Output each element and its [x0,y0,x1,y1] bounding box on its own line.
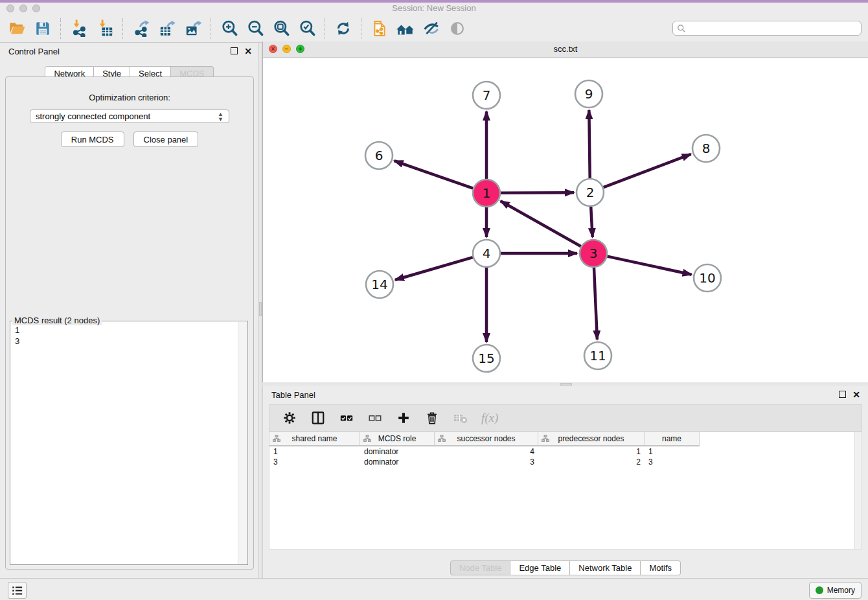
plus-icon [396,411,411,425]
close-network-icon[interactable]: × [269,45,277,53]
show-columns-button[interactable] [310,410,326,426]
table-cell[interactable]: 4 [435,446,538,457]
task-history-button[interactable] [8,582,27,599]
control-panel-title: Control Panel [8,47,60,56]
graph-edge-2-9[interactable] [589,110,589,178]
column-header-label: predecessor nodes [558,434,624,443]
import-network-icon [71,19,88,37]
result-scrollbar[interactable] [238,322,247,564]
table-scrollbar[interactable] [854,432,862,549]
columns-icon [311,411,325,425]
import-table-button[interactable] [92,16,118,41]
function-builder-button[interactable]: f(x) [481,410,498,426]
optimization-criterion-select[interactable]: strongly connected component ▲▼ [30,110,229,123]
show-hide-graphics-button[interactable] [444,16,470,41]
import-network-button[interactable] [66,16,92,41]
table-options-button[interactable] [282,410,297,426]
maximize-network-icon[interactable]: + [296,45,304,53]
splitter-grip[interactable] [560,383,572,386]
column-header-MCDS-role[interactable]: MCDS role [360,432,435,445]
close-panel-icon[interactable]: ✕ [852,391,860,398]
mcds-result-list[interactable]: 13 [10,321,247,350]
export-network-button[interactable] [128,16,154,41]
column-header-successor-nodes[interactable]: successor nodes [435,432,538,445]
minimize-window-icon[interactable] [19,5,27,12]
refresh-button[interactable] [330,16,356,41]
graph-edge-1-2[interactable] [501,192,574,193]
clone-network-icon [371,19,389,38]
home-button[interactable] [393,16,418,41]
select-all-button[interactable] [339,410,354,426]
table-cell[interactable]: 3 [645,457,700,467]
table-cell[interactable]: 1 [538,446,645,457]
network-canvas[interactable]: 1234678910111415 [263,58,868,382]
table-cell[interactable]: dominator [360,446,435,457]
delete-column-button[interactable] [424,410,440,426]
splitter-grip[interactable] [259,302,262,316]
open-session-button[interactable] [4,16,30,41]
table-body: 1dominator4113dominator323 [269,446,862,467]
table-tab-motifs[interactable]: Motifs [641,560,681,575]
graph-edge-2-3[interactable] [591,207,593,237]
graph-edge-1-6[interactable] [394,161,474,188]
zoom-fit-button[interactable] [268,16,294,41]
export-table-button[interactable] [154,16,180,41]
column-type-icon [542,435,549,442]
graph-edge-3-10[interactable] [608,257,692,275]
table-cell[interactable]: dominator [360,457,435,467]
float-panel-icon[interactable] [839,391,846,398]
column-header-predecessor-nodes[interactable]: predecessor nodes [538,432,645,445]
network-window-title: scc.txt [263,41,868,56]
add-column-button[interactable] [396,410,411,426]
column-type-icon [363,435,371,442]
table-tab-node-table[interactable]: Node Table [450,560,511,575]
table-cell[interactable]: 1 [645,446,700,457]
table-row[interactable]: 3dominator323 [269,457,700,467]
run-mcds-button[interactable]: Run MCDS [61,132,124,147]
float-panel-icon[interactable] [231,47,238,54]
graph-node-label: 9 [585,86,593,102]
graph-node-label: 14 [371,277,387,292]
network-graph[interactable]: 1234678910111415 [263,58,868,382]
graph-node-label: 7 [483,87,491,103]
table-toolbar: f(x) [269,404,862,432]
zoom-in-icon [221,19,238,37]
table-cell[interactable]: 3 [435,457,538,467]
column-header-name[interactable]: name [645,432,700,445]
network-window-controls: × − + [269,45,304,53]
table-cell[interactable]: 1 [269,446,360,457]
graph-edge-3-1[interactable] [501,201,581,246]
graph-node-label: 1 [483,185,491,201]
close-panel-button[interactable]: Close panel [133,132,199,147]
table-cell[interactable]: 3 [269,457,360,467]
close-panel-icon[interactable]: ✕ [244,48,252,54]
table-tab-network-table[interactable]: Network Table [570,560,641,575]
graph-edge-4-14[interactable] [395,257,473,280]
trash-icon [425,411,439,425]
export-image-button[interactable] [180,16,206,41]
memory-button[interactable]: Memory [809,582,862,599]
save-session-button[interactable] [30,16,56,41]
apply-style-button[interactable] [418,16,444,41]
table-tab-edge-table[interactable]: Edge Table [510,560,570,575]
delete-table-button[interactable] [453,410,468,426]
zoom-in-button[interactable] [216,16,242,41]
toolbar-separator [325,18,326,39]
search-input[interactable] [686,22,861,35]
table-cell[interactable]: 2 [538,457,645,467]
table-header-row: shared nameMCDS rolesuccessor nodesprede… [269,432,700,446]
close-window-icon[interactable] [6,5,14,12]
clone-network-button[interactable] [367,16,393,41]
zoom-out-button[interactable] [242,16,268,41]
column-header-shared-name[interactable]: shared name [269,432,360,445]
graph-edge-3-11[interactable] [594,268,597,340]
graph-edge-2-8[interactable] [604,154,691,187]
maximize-window-icon[interactable] [32,5,40,12]
unselect-all-button[interactable] [367,410,383,426]
table-row[interactable]: 1dominator411 [269,446,700,457]
column-type-icon [438,435,446,442]
search-field[interactable] [672,21,862,36]
network-window-titlebar[interactable]: × − + scc.txt [263,41,868,58]
minimize-network-icon[interactable]: − [282,45,291,53]
zoom-selected-button[interactable] [294,16,320,41]
